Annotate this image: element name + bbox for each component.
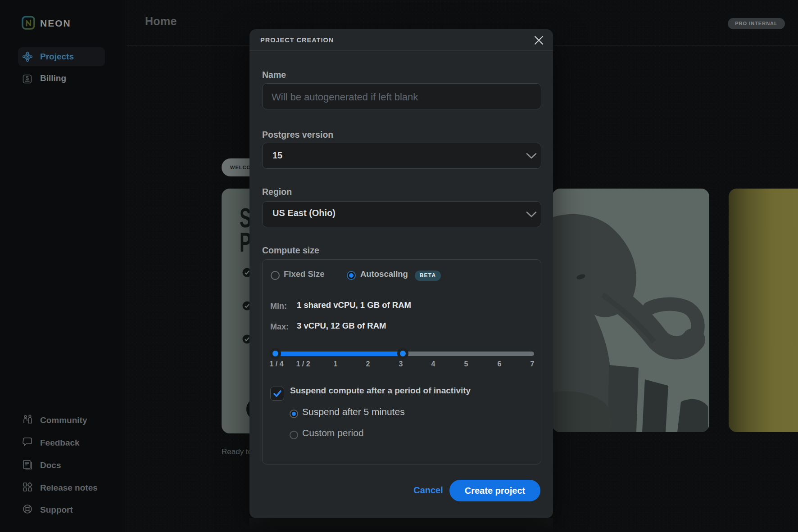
svg-text:$: $	[26, 75, 29, 81]
